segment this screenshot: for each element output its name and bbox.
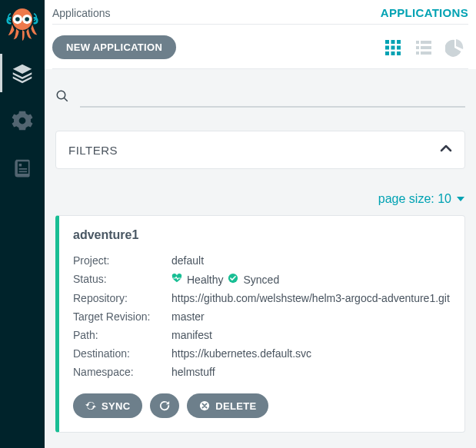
- sync-text: Synced: [243, 274, 279, 286]
- delete-button-label: DELETE: [215, 400, 256, 412]
- application-card[interactable]: adventure1 Project: default Status: Heal…: [55, 215, 465, 433]
- refresh-button[interactable]: [150, 393, 179, 418]
- view-list-button[interactable]: [414, 38, 433, 57]
- value-repository: https://github.com/welshstew/helm3-argoc…: [171, 292, 451, 304]
- sync-icon: [228, 273, 238, 286]
- search-row: [55, 88, 465, 108]
- search-icon: [55, 89, 69, 106]
- octopus-logo-icon: [6, 5, 38, 44]
- label-path: Path:: [73, 329, 171, 341]
- chevron-up-icon: [440, 142, 452, 154]
- page-size-label: page size: 10: [378, 192, 451, 206]
- layers-icon: [12, 62, 33, 84]
- value-destination: https://kubernetes.default.svc: [171, 347, 451, 360]
- svg-rect-13: [397, 51, 401, 55]
- svg-rect-19: [421, 51, 431, 55]
- value-status: Healthy Synced: [171, 273, 451, 286]
- gear-icon: [12, 110, 33, 131]
- sync-icon: [85, 400, 96, 411]
- nav-item-docs[interactable]: [0, 144, 45, 192]
- label-project: Project:: [73, 254, 171, 267]
- svg-rect-14: [416, 41, 419, 44]
- svg-rect-5: [385, 40, 389, 44]
- view-pie-button[interactable]: [445, 38, 464, 57]
- svg-point-4: [25, 17, 29, 22]
- list-icon: [414, 38, 433, 57]
- pie-chart-icon: [445, 38, 464, 57]
- svg-line-21: [64, 98, 68, 101]
- nav: [0, 49, 45, 192]
- search-input[interactable]: [80, 88, 465, 108]
- sidebar: [0, 0, 45, 448]
- new-application-button[interactable]: NEW APPLICATION: [52, 35, 176, 59]
- label-repository: Repository:: [73, 292, 171, 304]
- refresh-icon: [159, 400, 170, 411]
- svg-point-20: [57, 91, 65, 99]
- application-name: adventure1: [73, 228, 451, 242]
- filters-label: FILTERS: [68, 144, 118, 157]
- value-namespace: helmstuff: [171, 366, 451, 378]
- toolbar: NEW APPLICATION: [52, 25, 468, 69]
- nav-item-applications[interactable]: [0, 49, 45, 97]
- svg-rect-7: [397, 40, 401, 44]
- book-icon: [12, 158, 33, 179]
- page-size-selector[interactable]: page size: 10: [55, 192, 465, 206]
- main: Applications APPLICATIONS NEW APPLICATIO…: [45, 0, 476, 448]
- svg-rect-6: [391, 40, 395, 44]
- svg-rect-12: [391, 51, 395, 55]
- value-project: default: [171, 254, 451, 267]
- svg-rect-10: [397, 45, 401, 49]
- svg-rect-9: [391, 45, 395, 49]
- card-actions: SYNC DELETE: [73, 393, 451, 418]
- svg-rect-8: [385, 45, 389, 49]
- svg-rect-17: [421, 46, 431, 49]
- view-tiles-button[interactable]: [384, 38, 402, 57]
- logo: [0, 0, 45, 49]
- svg-rect-16: [416, 46, 419, 49]
- svg-point-3: [15, 17, 20, 22]
- application-details: Project: default Status: Healthy Synced …: [73, 254, 451, 378]
- label-status: Status:: [73, 273, 171, 286]
- nav-item-settings[interactable]: [0, 97, 45, 144]
- breadcrumb: Applications: [52, 7, 111, 19]
- health-text: Healthy: [187, 274, 223, 286]
- delete-button[interactable]: DELETE: [187, 393, 268, 418]
- label-namespace: Namespace:: [73, 366, 171, 378]
- view-toggles: [384, 38, 464, 57]
- filters-panel[interactable]: FILTERS: [55, 131, 465, 169]
- grid-tiles-icon: [384, 38, 402, 57]
- svg-rect-11: [385, 51, 389, 55]
- health-icon: [171, 273, 182, 286]
- value-target-revision: master: [171, 310, 451, 323]
- label-destination: Destination:: [73, 347, 171, 360]
- delete-icon: [199, 400, 210, 411]
- filters-collapse-button[interactable]: [440, 142, 452, 158]
- svg-rect-18: [416, 51, 419, 55]
- sync-button[interactable]: SYNC: [73, 393, 142, 418]
- label-target-revision: Target Revision:: [73, 310, 171, 323]
- content: FILTERS page size: 10 adventure1 Project…: [45, 69, 476, 448]
- svg-rect-15: [421, 41, 431, 44]
- header: Applications APPLICATIONS NEW APPLICATIO…: [45, 0, 476, 69]
- caret-down-icon: [456, 194, 465, 204]
- page-title: APPLICATIONS: [381, 6, 468, 19]
- sync-button-label: SYNC: [102, 400, 130, 412]
- value-path: manifest: [171, 329, 451, 341]
- header-top: Applications APPLICATIONS: [52, 6, 468, 25]
